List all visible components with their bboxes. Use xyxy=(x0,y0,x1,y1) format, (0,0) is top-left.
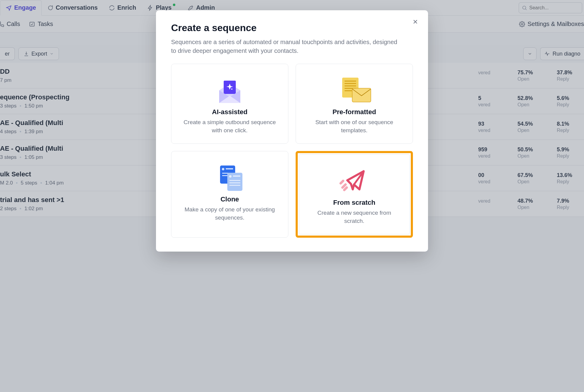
card-ai-assisted[interactable]: AI-assisted Create a simple outbound seq… xyxy=(171,64,288,144)
modal-subtitle: Sequences are a series of automated or m… xyxy=(171,38,401,55)
svg-point-19 xyxy=(229,175,232,178)
card-scratch-highlight: From scratch Create a new sequence from … xyxy=(296,151,413,238)
modal-cards: AI-assisted Create a simple outbound seq… xyxy=(171,64,413,238)
create-sequence-modal: Create a sequence Sequences are a series… xyxy=(156,10,428,252)
card-ai-title: AI-assisted xyxy=(180,108,280,116)
svg-rect-8 xyxy=(345,85,356,86)
svg-rect-15 xyxy=(226,168,233,169)
modal-overlay[interactable]: Create a sequence Sequences are a series… xyxy=(0,0,584,392)
card-clone[interactable]: Clone Make a copy of one of your existin… xyxy=(171,151,288,238)
svg-rect-12 xyxy=(352,88,371,102)
svg-point-4 xyxy=(231,88,232,90)
svg-rect-10 xyxy=(345,90,352,91)
card-scratch-desc: Create a new sequence from scratch. xyxy=(308,209,401,225)
paper-plane-icon xyxy=(308,164,401,198)
svg-rect-21 xyxy=(229,180,240,181)
card-clone-desc: Make a copy of one of your existing sequ… xyxy=(180,206,280,222)
svg-rect-20 xyxy=(233,175,240,177)
svg-rect-6 xyxy=(345,81,356,82)
card-from-scratch[interactable]: From scratch Create a new sequence from … xyxy=(299,154,410,234)
svg-rect-7 xyxy=(345,83,356,84)
modal-title: Create a sequence xyxy=(171,22,413,34)
card-pre-title: Pre-formatted xyxy=(304,108,404,116)
template-icon xyxy=(304,74,404,107)
svg-point-14 xyxy=(222,168,224,170)
close-button[interactable] xyxy=(410,17,420,27)
svg-rect-23 xyxy=(229,185,240,186)
clone-docs-icon xyxy=(180,161,280,194)
svg-rect-22 xyxy=(229,182,240,183)
card-pre-desc: Start with one of our sequence templates… xyxy=(304,118,404,134)
ai-envelope-icon xyxy=(180,74,280,107)
card-preformatted[interactable]: Pre-formatted Start with one of our sequ… xyxy=(296,64,413,144)
card-ai-desc: Create a simple outbound sequence with o… xyxy=(180,118,280,134)
close-icon xyxy=(412,18,419,25)
card-clone-title: Clone xyxy=(180,195,280,203)
card-scratch-title: From scratch xyxy=(308,199,401,207)
